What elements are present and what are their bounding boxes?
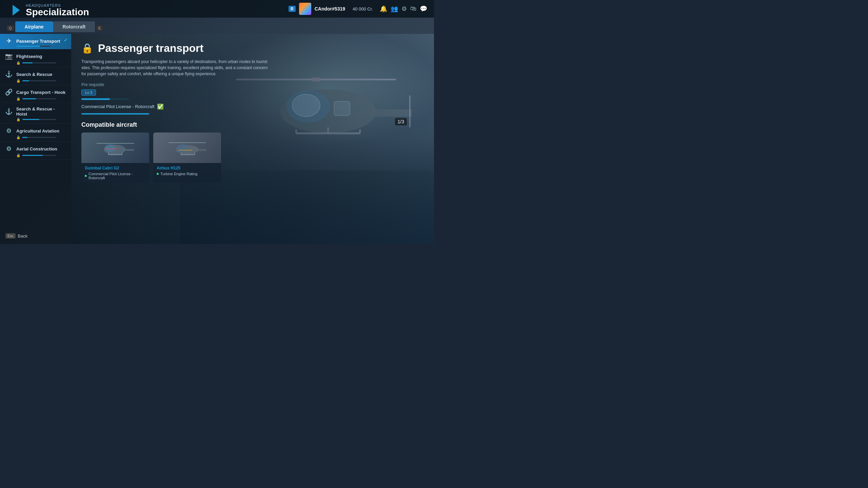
aircraft-g2-name: Guimbal Cabri G2 [85,166,146,170]
counter-badge: 1/3 [395,118,407,125]
avatar [299,3,311,15]
sidebar-progress-bg-3 [22,98,56,99]
aircraft-g2-req-text: Commercial Pilot License - Rotorcraft [88,172,146,180]
lock-icon-6: 🔒 [16,154,20,157]
aircraft-h125-name: Airbus H125 [157,166,218,170]
back-label: Back [18,233,27,239]
sidebar-item-flightseeing[interactable]: 📷 Flightseeing 🔒 [0,49,71,67]
prereq-bar-bg [81,98,129,100]
sidebar-progress-bg-1 [22,62,56,63]
check-icon-0: ✓ [64,37,68,43]
svg-rect-16 [124,149,134,151]
prereq-level-badge: Lv 3 [81,89,96,96]
sidebar-label-aerial-construction: Aerial Construction [16,146,57,151]
settings-icon[interactable]: ⚙ [401,5,407,13]
b-badge: B [289,6,296,12]
agricultural-icon: ⚙ [5,127,13,135]
sidebar-label-passenger-transport: Passenger Transport [16,39,60,44]
credits: 40 000 Cr. [353,6,373,12]
prereq-bar-row [81,98,424,100]
sidebar-progress-fill-5 [22,137,27,138]
sidebar-progress-fill-0 [16,46,40,47]
tab-rotorcraft[interactable]: Rotorcraft [53,21,95,32]
aerial-construction-icon: ⚙ [5,145,13,152]
svg-rect-24 [197,149,206,151]
back-arrow-icon [10,5,21,16]
compatible-section: Compatible aircraft [81,121,424,183]
sidebar: ✈ Passenger Transport ✓ 📷 Flightseeing 🔒 [0,34,71,244]
search-rescue-icon: ⚓ [5,70,13,78]
page-title: Specialization [26,7,89,17]
q-key: Q [7,25,14,31]
sidebar-progress-bg-5 [22,137,56,138]
prereq-item-bar-row [81,113,424,115]
sidebar-progress-fill-1 [22,62,33,63]
sidebar-label-flightseeing: Flightseeing [16,54,42,59]
svg-point-23 [177,144,188,152]
sidebar-item-passenger-transport[interactable]: ✈ Passenger Transport ✓ [0,34,71,49]
aircraft-g2-svg [95,136,136,160]
flightseeing-icon: 📷 [5,53,13,60]
sidebar-label-agricultural: Agricultural Aviation [16,128,59,134]
sidebar-item-agricultural-aviation[interactable]: ⚙ Agricultural Aviation 🔒 [0,124,71,142]
sidebar-progress-fill-3 [22,98,36,99]
dot-green-1 [157,173,159,175]
aircraft-h125-svg [167,136,208,160]
sidebar-progress-bg-0 [16,46,50,47]
aircraft-g2-body: Guimbal Cabri G2 Commercial Pilot Licens… [81,163,149,183]
prereq-item-bar-bg [81,113,149,115]
username: CAndor#5319 [315,6,345,12]
spec-header: 🔒 Passenger transport [81,42,424,55]
svg-marker-0 [13,5,20,16]
prereq-check-icon: ✅ [157,103,164,110]
sidebar-progress-bg-4 [22,119,56,120]
aircraft-card-h125[interactable]: Airbus H125 Turbine Engine Rating [153,133,221,183]
sidebar-progress-fill-2 [22,80,29,81]
spec-description: Transporting passengers aboard your heli… [81,59,271,77]
esc-key: Esc [5,233,16,239]
spec-lock-icon: 🔒 [81,43,93,54]
dot-green-0 [85,175,87,177]
cargo-hook-icon: 🔗 [5,88,13,96]
aircraft-h125-img [153,133,221,163]
aircraft-h125-req-text: Turbine Engine Rating [160,172,197,176]
svg-point-15 [105,144,116,152]
shop-icon[interactable]: 🛍 [410,5,416,13]
sidebar-label-hoist: Search & Rescue - Hoist [16,106,66,117]
prereq-item-label: Commercial Pilot License - Rotorcraft [81,104,154,109]
prereq-item: Commercial Pilot License - Rotorcraft ✅ [81,103,424,110]
prereq-item-bar-fill [81,113,149,115]
page-header: Headquarters Specialization [10,3,89,17]
content-body: 🔒 Passenger transport Transporting passe… [71,34,434,244]
spec-title: Passenger transport [98,42,203,55]
tab-airplane[interactable]: Airplane [15,21,53,32]
aircraft-g2-img [81,133,149,163]
lock-icon-3: 🔒 [16,97,20,101]
aircraft-grid: Guimbal Cabri G2 Commercial Pilot Licens… [81,133,424,183]
aircraft-g2-req: Commercial Pilot License - Rotorcraft [85,172,146,180]
passenger-transport-icon: ✈ [5,37,13,45]
lock-icon-2: 🔒 [16,79,20,83]
back-button[interactable]: Esc Back [5,233,27,239]
sidebar-item-search-rescue-hoist[interactable]: ⚓ Search & Rescue - Hoist 🔒 [0,103,71,124]
chat-icon[interactable]: 💬 [420,5,427,13]
aircraft-h125-req: Turbine Engine Rating [157,172,218,176]
lock-icon-4: 🔒 [16,118,20,121]
friends-icon[interactable]: 👥 [391,5,398,13]
sidebar-item-search-rescue[interactable]: ⚓ Search & Rescue 🔒 [0,67,71,85]
notification-icon[interactable]: 🔔 [380,5,387,13]
e-key: E [96,25,103,31]
lock-icon-1: 🔒 [16,61,20,65]
sidebar-progress-fill-4 [22,119,39,120]
sidebar-label-search-rescue: Search & Rescue [16,72,52,77]
sidebar-label-cargo-hook: Cargo Transport - Hook [16,90,65,95]
aircraft-card-g2[interactable]: Guimbal Cabri G2 Commercial Pilot Licens… [81,133,149,183]
sidebar-progress-fill-6 [22,155,43,156]
sidebar-item-aerial-construction[interactable]: ⚙ Aerial Construction 🔒 [0,142,71,160]
content-panel: 1/3 🔒 Passenger transport Transporting p… [71,34,434,244]
aircraft-h125-body: Airbus H125 Turbine Engine Rating [153,163,221,179]
hoist-icon: ⚓ [5,108,13,115]
sidebar-item-cargo-transport-hook[interactable]: 🔗 Cargo Transport - Hook 🔒 [0,85,71,103]
compatible-title: Compatible aircraft [81,121,424,128]
sidebar-progress-bg-2 [22,80,56,81]
